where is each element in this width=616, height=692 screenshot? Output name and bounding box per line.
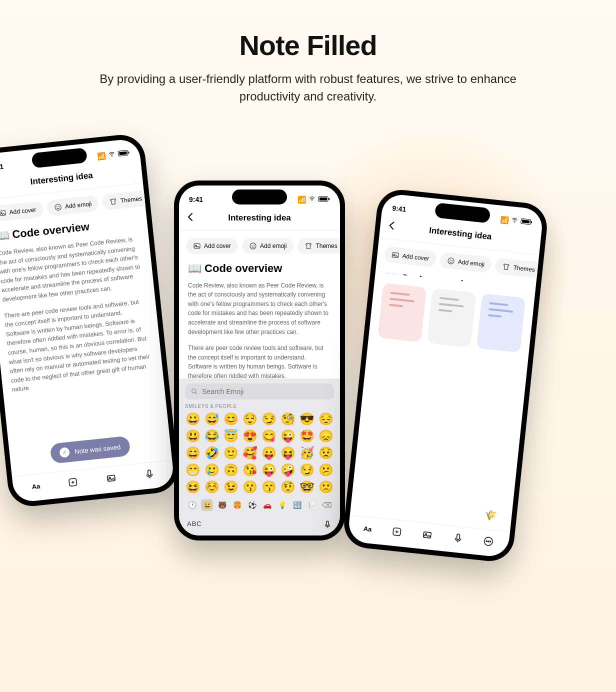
emoji-item[interactable]: 😔	[318, 412, 334, 426]
add-emoji-button[interactable]: Add emoji	[242, 238, 294, 254]
emoji-item[interactable]: 😏	[299, 463, 315, 477]
emoji-item[interactable]: 😍	[242, 429, 258, 443]
emoji-item[interactable]: 🤪	[280, 463, 296, 477]
theme-card-pink[interactable]	[378, 283, 426, 342]
add-button[interactable]	[67, 476, 79, 488]
emoji-item[interactable]: 😗	[242, 480, 258, 494]
emoji-item[interactable]: 😏	[261, 412, 277, 426]
emoji-item[interactable]: 😌	[242, 412, 258, 426]
keyboard-mic-button[interactable]	[323, 520, 332, 530]
emoji-item[interactable]: 😉	[223, 480, 239, 494]
emoji-item[interactable]: 😄	[185, 446, 201, 460]
emoji-item[interactable]: 😜	[261, 463, 277, 477]
note-title[interactable]: 📖 Code overview	[188, 262, 331, 275]
emoji-item[interactable]: 😃	[185, 429, 201, 443]
note-body[interactable]: Code Review, also known as Peer Code Rev…	[0, 234, 154, 394]
add-cover-button[interactable]: Add cover	[384, 246, 437, 268]
add-emoji-button[interactable]: Add emoji	[46, 195, 100, 216]
note-body[interactable]: Code Review, also known as Peer Code Rev…	[188, 281, 331, 378]
image-icon	[193, 242, 201, 250]
emoji-item[interactable]: 🥲	[204, 463, 220, 477]
add-emoji-button[interactable]: Add emoji	[439, 252, 492, 273]
plus-square-icon	[67, 476, 79, 488]
emoji-item[interactable]: 😆	[185, 480, 201, 494]
emoji-tab-recent[interactable]: 🕐	[186, 499, 198, 511]
svg-point-21	[254, 245, 254, 246]
add-cover-label: Add cover	[9, 206, 36, 216]
emoji-item[interactable]: 😟	[318, 446, 334, 460]
theme-card-gray[interactable]	[427, 288, 476, 348]
svg-rect-12	[148, 470, 151, 476]
add-cover-button[interactable]: Add cover	[0, 200, 44, 222]
decoration-icon: 🌾	[484, 508, 497, 521]
svg-point-20	[252, 245, 252, 246]
emoji-item[interactable]: 😕	[318, 463, 334, 477]
emoji-item[interactable]: 😙	[261, 480, 277, 494]
emoji-item[interactable]: 🧐	[280, 412, 296, 426]
emoji-item[interactable]: 😛	[261, 446, 277, 460]
more-button[interactable]	[482, 535, 494, 547]
add-cover-button[interactable]: Add cover	[186, 238, 238, 254]
emoji-item[interactable]: 🤨	[280, 480, 296, 494]
emoji-item[interactable]: 🥰	[242, 446, 258, 460]
emoji-search-input[interactable]	[202, 388, 328, 396]
battery-icon	[118, 149, 130, 158]
emoji-item[interactable]: 😅	[204, 412, 220, 426]
add-emoji-label: Add emoji	[260, 242, 286, 250]
themes-button[interactable]: Themes	[494, 258, 542, 278]
emoji-keyboard: SMILEYS & PEOPLE 😀😅😊😌😏🧐😎😔😃😂😇😍😋😜🤩😞😄🤣🙂🥰😛😝🥳…	[179, 378, 340, 515]
themes-button[interactable]: Themes	[102, 190, 150, 210]
emoji-tab-objects[interactable]: 💡	[276, 499, 288, 511]
emoji-item[interactable]: 😜	[280, 429, 296, 443]
emoji-search[interactable]	[185, 384, 334, 400]
image-icon	[391, 250, 400, 260]
emoji-item[interactable]: 😊	[223, 412, 239, 426]
emoji-tab-smileys[interactable]: 😀	[201, 499, 213, 511]
svg-point-6	[55, 204, 62, 210]
emoji-tab-activity[interactable]: ⚽	[246, 499, 258, 511]
mic-button[interactable]	[143, 468, 155, 480]
text-style-button[interactable]: Aa	[32, 482, 40, 490]
emoji-item[interactable]: 🙂	[223, 446, 239, 460]
mic-button[interactable]	[452, 532, 464, 544]
emoji-tab-flags[interactable]: 🏳️	[306, 499, 318, 511]
emoji-item[interactable]: 🥳	[299, 446, 315, 460]
emoji-item[interactable]: 😇	[223, 429, 239, 443]
emoji-item[interactable]: 🤣	[204, 446, 220, 460]
emoji-item[interactable]: 😘	[242, 463, 258, 477]
emoji-item[interactable]: 🙃	[223, 463, 239, 477]
gallery-button[interactable]	[422, 528, 434, 540]
emoji-item[interactable]: 🤩	[299, 429, 315, 443]
emoji-tab-travel[interactable]: 🚗	[261, 499, 273, 511]
themes-label: Themes	[513, 264, 536, 273]
status-time: 9:41	[392, 204, 407, 214]
emoji-item[interactable]: 😀	[185, 412, 201, 426]
emoji-tab-food[interactable]: 🍔	[231, 499, 243, 511]
svg-point-39	[488, 540, 489, 542]
emoji-item[interactable]: 😂	[204, 429, 220, 443]
text-style-button[interactable]: Aa	[363, 524, 372, 533]
theme-card-blue[interactable]	[476, 293, 526, 352]
emoji-item[interactable]: 😋	[261, 429, 277, 443]
gallery-button[interactable]	[105, 472, 117, 484]
status-icons: 📶	[500, 215, 532, 226]
status-icons: 📶	[97, 149, 130, 160]
svg-point-0	[112, 156, 112, 156]
emoji-item[interactable]: 😝	[280, 446, 296, 460]
emoji-item[interactable]: 😎	[299, 412, 315, 426]
emoji-delete-button[interactable]: ⌫	[321, 499, 333, 511]
gallery-icon	[105, 472, 117, 484]
emoji-tab-symbols[interactable]: 🔣	[291, 499, 303, 511]
nav-title: Interesting idea	[179, 213, 340, 223]
emoji-item[interactable]: 🙁	[318, 480, 334, 494]
smile-icon	[54, 202, 62, 212]
emoji-item[interactable]: 😞	[318, 429, 334, 443]
svg-point-13	[312, 200, 312, 201]
emoji-tab-animals[interactable]: 🐻	[216, 499, 228, 511]
add-button[interactable]	[391, 526, 403, 538]
emoji-item[interactable]: 🤓	[299, 480, 315, 494]
emoji-item[interactable]: ☺️	[204, 480, 220, 494]
emoji-item[interactable]: 😁	[185, 463, 201, 477]
themes-button[interactable]: Themes	[298, 238, 340, 254]
keyboard-abc-button[interactable]: ABC	[187, 520, 202, 530]
